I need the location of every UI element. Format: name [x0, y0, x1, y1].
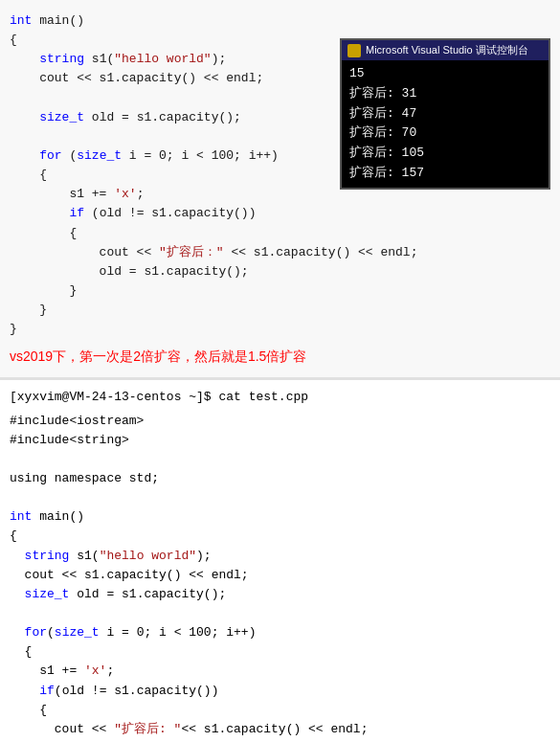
- top-code-section: int main() { string s1("hello world"); c…: [0, 0, 560, 378]
- console-titlebar: Microsoft Visual Studio 调试控制台: [342, 40, 549, 60]
- linux-code-block: #include<iostream> #include<string> usin…: [0, 410, 560, 742]
- terminal-prompt1: [xyxvim@VM-24-13-centos ~]$ cat test.cpp: [0, 386, 560, 409]
- page-container: int main() { string s1("hello world"); c…: [0, 0, 560, 742]
- annotation1-area: vs2019下，第一次是2倍扩容，然后就是1.5倍扩容: [0, 343, 560, 370]
- console-icon: [347, 44, 361, 57]
- console-output: 15 扩容后: 31 扩容后: 47 扩容后: 70 扩容后: 105 扩容后:…: [342, 60, 549, 188]
- annotation1-text: vs2019下，第一次是2倍扩容，然后就是1.5倍扩容: [10, 349, 306, 364]
- linux-section: [xyxvim@VM-24-13-centos ~]$ cat test.cpp…: [0, 380, 560, 742]
- console-title: Microsoft Visual Studio 调试控制台: [366, 43, 528, 57]
- console-window: Microsoft Visual Studio 调试控制台 15 扩容后: 31…: [340, 38, 550, 190]
